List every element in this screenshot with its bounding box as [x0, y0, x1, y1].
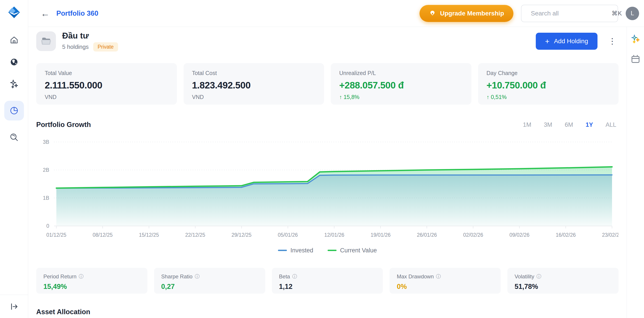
x-tick: 05/01/26: [278, 232, 298, 238]
user-avatar[interactable]: L: [626, 7, 639, 20]
range-1y[interactable]: 1Y: [586, 121, 593, 128]
x-tick-marks: [56, 226, 612, 228]
x-tick: 26/01/26: [417, 232, 437, 238]
add-holding-button[interactable]: + Add Holding: [536, 33, 598, 50]
invested-swatch: [278, 250, 287, 251]
y-tick-0: 0: [46, 223, 49, 229]
info-icon[interactable]: ⓘ: [79, 273, 84, 280]
stat-value: 1.823.492.500: [192, 80, 316, 91]
stat-sub: VND: [192, 94, 316, 100]
range-1m[interactable]: 1M: [523, 121, 531, 128]
metric-label: Sharpe Ratio: [161, 273, 192, 280]
plus-icon: +: [545, 37, 550, 45]
metric-label: Period Return: [44, 273, 76, 280]
sidebar-item-ai[interactable]: [4, 79, 24, 89]
stat-sub: ↑ 0,51%: [486, 94, 610, 100]
metric-value: 1,12: [279, 283, 376, 291]
global-search: ⌘K: [521, 5, 618, 22]
page-title: Portfolio 360: [56, 10, 98, 18]
range-6m[interactable]: 6M: [564, 121, 573, 128]
risk-metrics: Period Returnⓘ 15,49% Sharpe Ratioⓘ 0,27…: [36, 268, 618, 294]
metric-value: 0%: [397, 283, 494, 291]
range-all[interactable]: ALL: [606, 121, 616, 128]
legend-label: Current Value: [340, 247, 377, 254]
stat-label: Total Value: [45, 70, 168, 76]
metric-label: Beta: [279, 273, 290, 280]
globe-icon: [9, 57, 19, 67]
x-tick: 02/02/26: [463, 232, 483, 238]
total-value-card: Total Value 2.111.550.000 VND: [36, 63, 177, 105]
x-tick: 22/12/25: [185, 232, 205, 238]
unrealized-pl-card: Unrealized P/L +288.057.500 đ ↑ 15,8%: [331, 63, 471, 105]
legend-label: Invested: [290, 247, 313, 254]
folder-icon: [40, 35, 52, 47]
portfolio-meta: 5 holdings Private: [62, 42, 118, 52]
search-shortcut: ⌘K: [612, 10, 622, 17]
pie-chart-icon: [9, 106, 19, 115]
app-logo-icon[interactable]: [8, 6, 20, 19]
sidebar-nav: [4, 35, 24, 142]
info-icon[interactable]: ⓘ: [536, 273, 541, 280]
range-3m[interactable]: 3M: [544, 121, 552, 128]
stat-value: 2.111.550.000: [45, 80, 168, 91]
x-tick: 01/12/25: [46, 232, 66, 238]
beta-card: Betaⓘ 1,12: [272, 268, 383, 294]
legend-invested[interactable]: Invested: [278, 247, 313, 254]
back-button[interactable]: ←: [41, 9, 50, 18]
gem-icon: [429, 10, 436, 17]
add-holding-label: Add Holding: [554, 38, 588, 45]
stat-sub: VND: [45, 94, 168, 100]
x-tick: 29/12/25: [232, 232, 252, 238]
max-drawdown-card: Max Drawdownⓘ 0%: [390, 268, 501, 294]
portfolio-folder-icon: [36, 31, 56, 51]
home-icon: [9, 35, 19, 45]
legend-current-value[interactable]: Current Value: [328, 247, 377, 254]
top-bar: ← Portfolio 360 Upgrade Membership ⌘K L: [28, 0, 644, 27]
stat-value: +288.057.500 đ: [339, 80, 463, 91]
metric-value: 15,49%: [44, 283, 140, 291]
ai-sparkles-color-icon: [630, 34, 641, 44]
rail-ai-assistant[interactable]: [630, 34, 641, 44]
info-icon[interactable]: ⓘ: [292, 273, 297, 280]
current-value-swatch: [328, 250, 336, 251]
sidebar-item-markets[interactable]: [4, 57, 24, 67]
sharpe-ratio-card: Sharpe Ratioⓘ 0,27: [154, 268, 265, 294]
y-tick-1b: 1B: [43, 195, 49, 201]
portfolio-name: Đầu tư: [62, 31, 118, 41]
x-tick: 08/12/25: [92, 232, 113, 238]
metric-label: Max Drawdown: [397, 273, 434, 280]
portfolio-header: Đầu tư 5 holdings Private + Add Holding …: [36, 31, 618, 51]
invested-area: [56, 175, 612, 226]
left-sidebar: [0, 0, 28, 318]
portfolio-actions: + Add Holding ⋮: [536, 33, 618, 50]
main-content: Đầu tư 5 holdings Private + Add Holding …: [28, 27, 626, 318]
period-return-card: Period Returnⓘ 15,49%: [36, 268, 147, 294]
stat-value: +10.750.000 đ: [486, 80, 610, 91]
chart-legend: Invested Current Value: [36, 246, 618, 255]
more-options-button[interactable]: ⋮: [608, 37, 616, 46]
x-tick: 15/12/25: [139, 232, 159, 238]
app-root: ← Portfolio 360 Upgrade Membership ⌘K L: [0, 0, 644, 318]
sidebar-expand[interactable]: [0, 295, 28, 318]
stat-label: Day Change: [486, 70, 610, 76]
upgrade-label: Upgrade Membership: [440, 10, 504, 17]
search-input[interactable]: [531, 10, 612, 17]
stat-sub: ↑ 15,8%: [339, 94, 463, 100]
rail-calendar[interactable]: [630, 54, 641, 65]
calendar-icon: [630, 54, 641, 64]
privacy-badge: Private: [93, 42, 118, 52]
info-icon[interactable]: ⓘ: [195, 273, 200, 280]
volatility-card: Volatilityⓘ 51,78%: [507, 268, 618, 294]
stat-label: Total Cost: [192, 70, 316, 76]
sidebar-item-portfolio[interactable]: [4, 101, 24, 120]
topbar-actions: Upgrade Membership ⌘K L: [420, 5, 644, 22]
metric-value: 51,78%: [514, 283, 611, 291]
x-tick: 12/01/26: [324, 232, 344, 238]
sidebar-item-home[interactable]: [4, 35, 24, 45]
x-tick: 16/02/26: [556, 232, 576, 238]
info-icon[interactable]: ⓘ: [436, 273, 441, 280]
upgrade-membership-button[interactable]: Upgrade Membership: [420, 5, 514, 22]
portfolio-growth-chart[interactable]: 3B 2B 1B 0 01/12/25 08/12/25 15/12/25 22…: [36, 136, 618, 242]
sidebar-item-screener[interactable]: [4, 132, 24, 142]
metric-value: 0,27: [161, 283, 258, 291]
